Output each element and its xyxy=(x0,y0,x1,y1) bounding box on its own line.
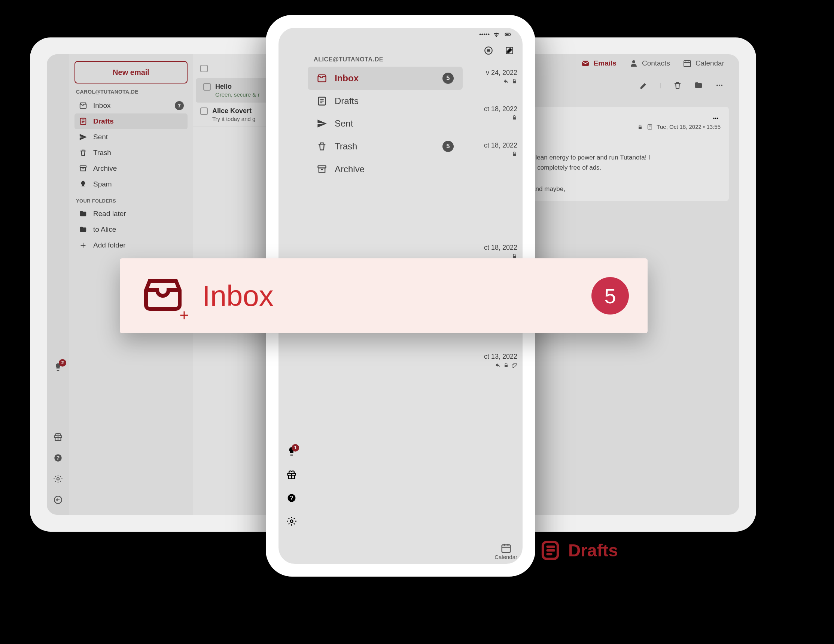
mail-body: and clean energy to power and run Tutano… xyxy=(520,152,721,194)
archive-icon xyxy=(317,164,327,175)
item-checkbox[interactable] xyxy=(200,107,208,115)
lock-icon xyxy=(511,115,517,121)
your-folders-label: YOUR FOLDERS xyxy=(76,198,186,204)
folder-label: Archive xyxy=(93,164,117,173)
phone-top-actions xyxy=(483,46,514,55)
settings-icon[interactable] xyxy=(286,516,297,526)
mail-actions: | xyxy=(639,81,724,90)
date: ct 18, 2022 xyxy=(484,105,517,113)
floating-inbox-highlight: Inbox 5 xyxy=(120,258,648,333)
gift-icon[interactable] xyxy=(286,469,297,480)
gift-icon[interactable] xyxy=(52,431,64,443)
folder-archive[interactable]: Archive xyxy=(74,161,187,176)
folder-trash[interactable]: Trash 5 xyxy=(308,135,463,158)
plus-icon xyxy=(78,240,88,250)
settings-icon[interactable] xyxy=(52,473,64,485)
status-bar: ••••• xyxy=(479,31,513,38)
compose-icon[interactable] xyxy=(504,46,514,55)
folder-to-alice[interactable]: to Alice xyxy=(74,222,187,237)
new-email-button[interactable]: New email xyxy=(74,61,187,84)
folder-label: Inbox xyxy=(335,73,359,84)
edit-icon[interactable] xyxy=(639,81,649,90)
tablet-top-nav: Emails Contacts Calendar xyxy=(581,59,724,68)
item-checkbox[interactable] xyxy=(203,83,211,91)
reply-icon xyxy=(503,78,509,84)
account-label: ALICE@TUTANOTA.DE xyxy=(305,51,465,66)
folder-label: Inbox xyxy=(93,102,110,110)
folder-inbox[interactable]: Inbox 5 xyxy=(308,66,463,90)
folder-drafts[interactable]: Drafts xyxy=(74,113,187,129)
folder-drafts[interactable]: Drafts xyxy=(308,90,463,112)
nav-contacts[interactable]: Contacts xyxy=(629,59,670,68)
date: ct 18, 2022 xyxy=(484,142,517,149)
tablet-left-rail: 2 xyxy=(47,54,69,515)
mail-title: Alice Kovert xyxy=(212,107,252,115)
help-icon[interactable] xyxy=(52,452,64,464)
sent-icon xyxy=(78,132,88,142)
nav-label: Calendar xyxy=(495,554,517,560)
mail-line: ide, and maybe, xyxy=(520,184,721,194)
folder-label: Spam xyxy=(93,180,112,188)
tips-icon[interactable]: 1 xyxy=(286,446,297,457)
more-icon[interactable] xyxy=(714,81,724,90)
folder-sent[interactable]: Sent xyxy=(308,112,463,135)
folder-label: Sent xyxy=(93,133,108,141)
folder-icon xyxy=(78,225,88,235)
folder-archive[interactable]: Archive xyxy=(308,158,463,180)
drafts-label: Drafts xyxy=(568,540,618,560)
folder-read-later[interactable]: Read later xyxy=(74,206,187,222)
inbox-badge: 5 xyxy=(443,73,454,84)
folder-label: Sent xyxy=(335,118,353,129)
floating-drafts-chip: Drafts xyxy=(539,539,618,561)
folder-spam[interactable]: Spam xyxy=(74,176,187,192)
add-folder-button[interactable]: Add folder xyxy=(74,237,187,253)
folder-label: Drafts xyxy=(335,96,359,106)
inbox-icon xyxy=(317,73,327,84)
mail-title: Hello xyxy=(215,83,232,91)
folder-label: Trash xyxy=(335,141,357,152)
drafts-icon xyxy=(539,539,561,561)
date: ct 13, 2022 xyxy=(484,353,517,361)
nav-calendar[interactable]: Calendar xyxy=(683,59,724,68)
sent-icon xyxy=(317,118,327,129)
inbox-badge: 7 xyxy=(175,101,184,110)
list-view-icon[interactable] xyxy=(483,46,493,55)
folder-icon xyxy=(78,209,88,218)
folder-label: Read later xyxy=(93,210,126,218)
nav-label: Emails xyxy=(594,59,616,67)
inbox-icon xyxy=(139,273,187,318)
battery-icon xyxy=(503,31,513,38)
calendar-icon xyxy=(501,542,512,554)
plus-icon xyxy=(178,309,191,322)
trash-badge: 5 xyxy=(443,141,454,152)
drafts-icon xyxy=(78,117,88,126)
folder-label: Drafts xyxy=(93,117,114,125)
folder-sent[interactable]: Sent xyxy=(74,129,187,145)
mail-line: ounts completely free of ads. xyxy=(520,162,721,173)
nav-emails[interactable]: Emails xyxy=(581,59,616,68)
lock-icon xyxy=(503,362,509,368)
more-icon[interactable] xyxy=(711,113,721,123)
folder-trash[interactable]: Trash xyxy=(74,145,187,161)
inbox-count-badge: 5 xyxy=(592,277,629,314)
wifi-icon xyxy=(493,31,500,38)
folder-inbox[interactable]: Inbox 7 xyxy=(74,98,187,113)
lock-icon xyxy=(637,124,643,130)
tips-icon[interactable]: 2 xyxy=(52,361,64,373)
drafts-icon xyxy=(317,96,327,106)
date-row: ct 18, 2022 xyxy=(484,105,517,121)
lock-icon xyxy=(511,151,517,157)
dots-icon: ••••• xyxy=(479,31,490,38)
date: ct 18, 2022 xyxy=(484,244,517,252)
attach-icon xyxy=(511,362,517,368)
reply-icon xyxy=(495,362,501,368)
tips-badge: 2 xyxy=(59,359,66,367)
delete-icon[interactable] xyxy=(673,81,682,90)
help-icon[interactable] xyxy=(286,493,297,503)
folder-label: to Alice xyxy=(93,225,116,234)
add-folder-label: Add folder xyxy=(93,241,126,249)
logout-icon[interactable] xyxy=(52,494,64,506)
phone-bottom-nav-calendar[interactable]: Calendar xyxy=(495,542,517,560)
select-all-checkbox[interactable] xyxy=(200,65,208,72)
move-icon[interactable] xyxy=(693,81,703,90)
